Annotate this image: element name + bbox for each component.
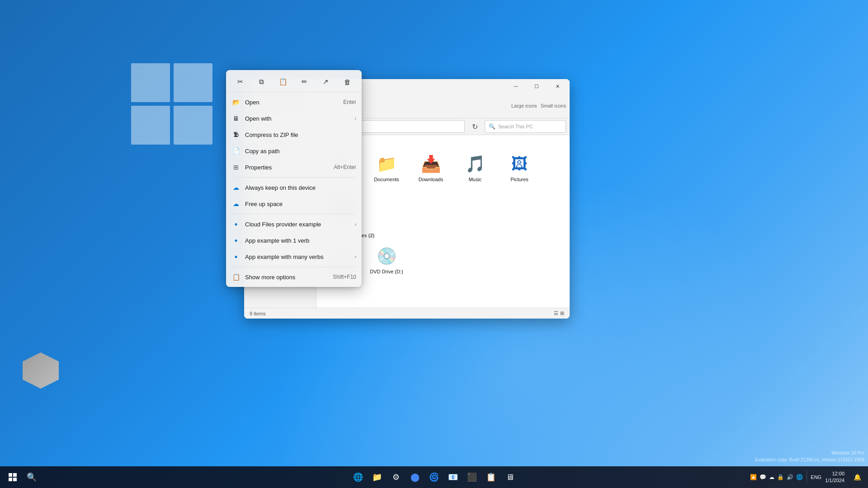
tray-network-icon[interactable]: 🌐 <box>796 474 803 480</box>
cloud-files-arrow: › <box>355 222 356 227</box>
delete-button[interactable]: 🗑 <box>340 75 354 89</box>
clock[interactable]: 12:00 1/1/2024 <box>825 470 844 484</box>
logo-pane-3 <box>131 106 170 145</box>
search-box[interactable]: 🔍 Search This PC <box>485 120 566 133</box>
folder-pictures[interactable]: 🖼 Pictures <box>499 150 540 186</box>
status-bar: 9 items ☰ ⊞ <box>244 308 570 319</box>
app-many-verbs-label: App example with many verbs <box>245 253 353 260</box>
downloads-label: Downloads <box>419 177 443 182</box>
app-many-verbs-arrow: › <box>355 254 356 259</box>
show-more-shortcut: Shift+F10 <box>333 274 356 280</box>
context-menu: ✂ ⧉ 📋 ✏ ↗ 🗑 📂 Open Enter 🖥 Open with › 🗜… <box>226 70 362 287</box>
folder-documents[interactable]: 📁 Documents <box>366 150 407 186</box>
date: 1/1/2024 <box>825 477 844 484</box>
show-more-item[interactable]: 📋 Show more options Shift+F10 <box>226 269 362 285</box>
tray-lock-icon[interactable]: 🔒 <box>777 474 784 480</box>
taskbar-app7[interactable]: 📋 <box>482 468 500 486</box>
eval-line2: Evaluation copy. Build 21390.co_release.… <box>755 456 864 463</box>
open-icon: 📂 <box>231 98 241 107</box>
svg-rect-3 <box>13 478 17 481</box>
copy-button[interactable]: ⧉ <box>255 75 269 89</box>
compress-zip-item[interactable]: 🗜 Compress to ZIP file <box>226 127 362 143</box>
taskbar-center: 🌐 📁 ⚙ ⬤ 🌀 📧 ⬛ 📋 🖥 <box>349 468 519 486</box>
status-text: 9 items <box>250 311 265 316</box>
free-up-item[interactable]: ☁ Free up space <box>226 196 362 212</box>
svg-rect-0 <box>9 473 12 477</box>
compress-icon: 🗜 <box>231 130 241 139</box>
open-with-label: Open with <box>245 115 353 122</box>
taskbar-terminal[interactable]: ⬛ <box>463 468 481 486</box>
cloud-files-item[interactable]: ● Cloud Files provider example › <box>226 216 362 232</box>
svg-rect-1 <box>13 473 17 477</box>
folder-music[interactable]: 🎵 Music <box>455 150 495 186</box>
free-up-icon: ☁ <box>231 199 241 208</box>
drive-d[interactable]: 💿 DVD Drive (D:) <box>366 242 407 278</box>
always-keep-item[interactable]: ☁ Always keep on this device <box>226 179 362 196</box>
tray-volume-icon[interactable]: 🔊 <box>787 474 793 480</box>
time: 12:00 <box>825 470 844 477</box>
windows-logo <box>131 63 212 145</box>
taskbar-mail[interactable]: 📧 <box>444 468 462 486</box>
tray-icons: 🔼 💬 ☁ 🔒 🔊 🌐 <box>750 474 803 480</box>
notification-icon: 🔔 <box>854 474 861 481</box>
properties-shortcut: Alt+Enter <box>334 164 356 170</box>
search-button[interactable]: 🔍 <box>23 468 41 486</box>
context-toolbar: ✂ ⧉ 📋 ✏ ↗ 🗑 <box>226 72 362 92</box>
notification-button[interactable]: 🔔 <box>850 468 864 486</box>
grid-view-btn[interactable]: ⊞ <box>560 310 564 316</box>
list-view-btn[interactable]: ☰ <box>554 310 558 316</box>
app-many-verbs-item[interactable]: ● App example with many verbs › <box>226 249 362 265</box>
taskbar-folder[interactable]: 📁 <box>368 468 386 486</box>
open-item[interactable]: 📂 Open Enter <box>226 94 362 110</box>
close-button[interactable]: ✕ <box>547 79 568 94</box>
taskbar-divider <box>807 471 807 483</box>
properties-item[interactable]: ⊞ Properties Alt+Enter <box>226 159 362 175</box>
show-more-icon: 📋 <box>231 272 241 282</box>
cut-button[interactable]: ✂ <box>233 75 248 89</box>
tray-up-icon[interactable]: 🔼 <box>750 474 757 480</box>
tray-chat-icon[interactable]: 💬 <box>760 474 766 480</box>
cloud-files-icon: ● <box>231 220 241 229</box>
eval-watermark: Windows 10 Pro Evaluation copy. Build 21… <box>755 450 864 463</box>
logo-pane-2 <box>174 63 212 102</box>
separator-1 <box>231 177 356 178</box>
tray-right: ENG 12:00 1/1/2024 🔔 <box>811 468 864 486</box>
taskbar-edge[interactable]: 🌐 <box>349 468 367 486</box>
taskbar-settings[interactable]: ⚙ <box>387 468 405 486</box>
copy-path-item[interactable]: 📄 Copy as path <box>226 143 362 159</box>
logo-pane-1 <box>131 63 170 102</box>
app-1-verb-item[interactable]: ● App example with 1 verb <box>226 232 362 249</box>
open-label: Open <box>245 99 340 106</box>
app-1-verb-label: App example with 1 verb <box>245 237 356 244</box>
copy-path-label: Copy as path <box>245 148 356 155</box>
paste-button[interactable]: 📋 <box>276 75 290 89</box>
app-1-verb-icon: ● <box>231 236 241 245</box>
start-button[interactable] <box>4 468 22 486</box>
open-with-item[interactable]: 🖥 Open with › <box>226 110 362 127</box>
copy-path-icon: 📄 <box>231 146 241 155</box>
svg-rect-2 <box>9 478 12 481</box>
tray-cloud-icon[interactable]: ☁ <box>769 474 774 480</box>
separator-3 <box>231 267 356 267</box>
minimize-button[interactable]: ─ <box>505 79 526 94</box>
lang-indicator: ENG <box>811 474 821 480</box>
always-keep-icon: ☁ <box>231 183 241 192</box>
taskbar-app8[interactable]: 🖥 <box>501 468 519 486</box>
start-icon <box>9 473 17 481</box>
taskbar-right: 🔼 💬 ☁ 🔒 🔊 🌐 ENG 12:00 1/1/2024 🔔 <box>750 468 864 486</box>
search-icon: 🔍 <box>489 123 495 130</box>
share-button[interactable]: ↗ <box>319 75 333 89</box>
open-with-arrow: › <box>355 116 356 121</box>
refresh-button[interactable]: ↻ <box>467 120 482 133</box>
separator-2 <box>231 214 356 214</box>
folder-downloads[interactable]: 📥 Downloads <box>410 150 451 186</box>
taskbar-edge2[interactable]: 🌀 <box>425 468 443 486</box>
taskbar-chrome[interactable]: ⬤ <box>406 468 424 486</box>
view-buttons: ☰ ⊞ <box>554 310 564 316</box>
rename-button[interactable]: ✏ <box>297 75 312 89</box>
search-placeholder: Search This PC <box>498 124 533 129</box>
open-with-icon: 🖥 <box>231 114 241 123</box>
music-folder-icon: 🎵 <box>464 153 486 175</box>
maximize-button[interactable]: ☐ <box>526 79 547 94</box>
music-label: Music <box>469 177 482 182</box>
